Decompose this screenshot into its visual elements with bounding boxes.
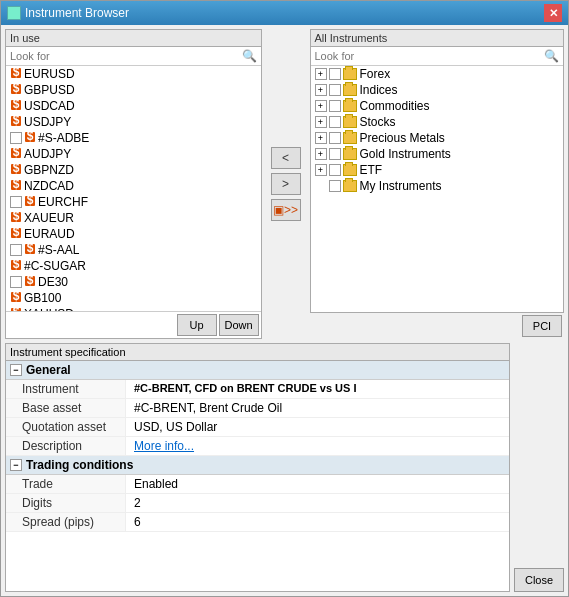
title-bar: Instrument Browser ✕ — [1, 1, 568, 25]
svg-text:$: $ — [27, 131, 34, 143]
tree-checkbox[interactable] — [329, 68, 341, 80]
in-use-search-input[interactable] — [10, 50, 242, 62]
tree-item-etf[interactable]: + ETF — [311, 162, 564, 178]
expand-icon[interactable]: + — [315, 132, 327, 144]
general-collapse-button[interactable]: − — [10, 364, 22, 376]
list-item[interactable]: $ GB100 — [6, 290, 261, 306]
tree-checkbox[interactable] — [329, 116, 341, 128]
svg-text:$: $ — [13, 179, 20, 191]
svg-text:$: $ — [13, 227, 20, 239]
folder-icon — [343, 84, 357, 96]
list-item[interactable]: $ DE30 — [6, 274, 261, 290]
in-use-search-icon: 🔍 — [242, 49, 257, 63]
tree-item-commodities[interactable]: + Commodities — [311, 98, 564, 114]
move-right-button[interactable]: > — [271, 173, 301, 195]
tree-item-indices[interactable]: + Indices — [311, 82, 564, 98]
item-label: DE30 — [38, 275, 68, 289]
up-button[interactable]: Up — [177, 314, 217, 336]
list-item[interactable]: $ USDJPY — [6, 114, 261, 130]
currency-icon: $ — [10, 83, 22, 97]
grid-icon: ▣ — [273, 203, 284, 217]
spec-panel: Instrument specification − General Instr… — [5, 343, 510, 592]
list-item[interactable]: $ AUDJPY — [6, 146, 261, 162]
list-item[interactable]: $ NZDCAD — [6, 178, 261, 194]
spec-row-base-asset: Base asset #C-BRENT, Brent Crude Oil — [6, 399, 509, 418]
spec-row-instrument: Instrument #C-BRENT, CFD on BRENT CRUDE … — [6, 380, 509, 399]
item-label: #S-ADBE — [38, 131, 89, 145]
tree-checkbox[interactable] — [329, 148, 341, 160]
list-item[interactable]: $ USDCAD — [6, 98, 261, 114]
item-label: EURAUD — [24, 227, 75, 241]
more-info-link[interactable]: More info... — [134, 439, 194, 453]
list-item[interactable]: $ GBPNZD — [6, 162, 261, 178]
spec-row-digits: Digits 2 — [6, 494, 509, 513]
item-checkbox[interactable] — [10, 132, 22, 144]
list-item[interactable]: $ GBPUSD — [6, 82, 261, 98]
tree-label: My Instruments — [360, 179, 442, 193]
spec-label: Spread (pips) — [6, 513, 126, 531]
spec-value-trade: Enabled — [126, 475, 509, 493]
tree-checkbox[interactable] — [329, 100, 341, 112]
currency-icon: $ — [10, 211, 22, 225]
spec-value-quotation-asset: USD, US Dollar — [126, 418, 509, 436]
all-instruments-search-input[interactable] — [315, 50, 545, 62]
window-close-button[interactable]: ✕ — [544, 4, 562, 22]
tree-item-gold[interactable]: + Gold Instruments — [311, 146, 564, 162]
expand-icon[interactable]: + — [315, 68, 327, 80]
tree-checkbox[interactable] — [329, 84, 341, 96]
item-label: #C-SUGAR — [24, 259, 86, 273]
window-icon — [7, 6, 21, 20]
tree-checkbox[interactable] — [329, 180, 341, 192]
spec-label: Instrument — [6, 380, 126, 398]
list-item[interactable]: $ EURCHF — [6, 194, 261, 210]
expand-icon[interactable]: + — [315, 84, 327, 96]
list-item[interactable]: $ XAUEUR — [6, 210, 261, 226]
currency-icon: $ — [24, 131, 36, 145]
expand-icon[interactable]: + — [315, 164, 327, 176]
spec-value-description: More info... — [126, 437, 509, 455]
currency-icon: $ — [10, 115, 22, 129]
tree-checkbox[interactable] — [329, 164, 341, 176]
item-checkbox[interactable] — [10, 276, 22, 288]
middle-panel: < > ▣ >> — [266, 29, 306, 339]
close-button[interactable]: Close — [514, 568, 564, 592]
tree-item-my-instruments[interactable]: My Instruments — [311, 178, 564, 194]
tree-label: Commodities — [360, 99, 430, 113]
currency-icon: $ — [10, 67, 22, 81]
move-all-button[interactable]: ▣ >> — [271, 199, 301, 221]
right-arrow-icon: > — [282, 177, 289, 191]
svg-text:$: $ — [13, 115, 20, 127]
spec-label: Trade — [6, 475, 126, 493]
tree-label: Indices — [360, 83, 398, 97]
folder-icon — [343, 116, 357, 128]
item-checkbox[interactable] — [10, 196, 22, 208]
tree-item-forex[interactable]: + Forex — [311, 66, 564, 82]
spec-value-spread: 6 — [126, 513, 509, 531]
item-checkbox[interactable] — [10, 244, 22, 256]
list-item[interactable]: $ #S-ADBE — [6, 130, 261, 146]
tree-checkbox[interactable] — [329, 132, 341, 144]
spec-label: Description — [6, 437, 126, 455]
list-item[interactable]: $ #S-AAL — [6, 242, 261, 258]
expand-icon[interactable]: + — [315, 100, 327, 112]
window-title: Instrument Browser — [25, 6, 129, 20]
pci-button[interactable]: PCI — [522, 315, 562, 337]
spec-header: Instrument specification — [6, 344, 509, 361]
trading-collapse-button[interactable]: − — [10, 459, 22, 471]
list-item[interactable]: $ EURAUD — [6, 226, 261, 242]
currency-icon: $ — [10, 259, 22, 273]
list-item[interactable]: $ #C-SUGAR — [6, 258, 261, 274]
tree-item-stocks[interactable]: + Stocks — [311, 114, 564, 130]
expand-icon[interactable]: + — [315, 116, 327, 128]
down-button[interactable]: Down — [219, 314, 259, 336]
tree-item-precious-metals[interactable]: + Precious Metals — [311, 130, 564, 146]
list-item[interactable]: $ EURUSD — [6, 66, 261, 82]
expand-icon[interactable]: + — [315, 148, 327, 160]
svg-text:$: $ — [13, 291, 20, 303]
spec-label: Quotation asset — [6, 418, 126, 436]
spec-value-instrument: #C-BRENT, CFD on BRENT CRUDE vs US I — [126, 380, 509, 398]
in-use-panel: In use 🔍 $ EURUSD $ GBPUSD — [5, 29, 262, 339]
currency-icon: $ — [10, 291, 22, 305]
svg-text:$: $ — [13, 67, 20, 79]
move-left-button[interactable]: < — [271, 147, 301, 169]
